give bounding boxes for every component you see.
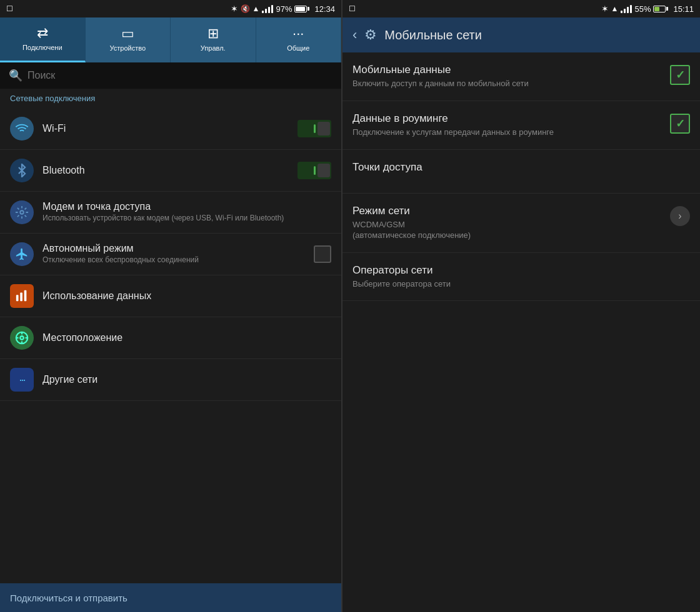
- list-item-bluetooth[interactable]: Bluetooth: [0, 150, 341, 192]
- network-mode-title: Режим сети: [352, 205, 664, 217]
- list-item-data-usage[interactable]: Использование данных: [0, 275, 341, 317]
- network-mode-subtitle: WCDMA/GSM(автоматическое подключение): [352, 220, 664, 241]
- roaming-title: Данные в роуминге: [352, 112, 664, 125]
- airplane-checkbox[interactable]: [314, 245, 331, 263]
- tether-text: Модем и точка доступа Использовать устро…: [42, 201, 331, 224]
- location-title: Местоположение: [42, 332, 331, 343]
- operators-title: Операторы сети: [352, 264, 690, 277]
- list-item-access-points[interactable]: Точки доступа: [342, 150, 700, 194]
- left-status-left: ☐: [6, 4, 13, 13]
- list-item-airplane[interactable]: Автономный режим Отключение всех беспров…: [0, 234, 341, 275]
- mobile-data-title: Мобильные данные: [352, 64, 664, 76]
- gear-icon: ⚙: [364, 27, 377, 43]
- svg-rect-2: [20, 293, 22, 302]
- tab-manage-label: Управл.: [201, 44, 226, 52]
- roaming-check[interactable]: ✓: [670, 112, 690, 134]
- tab-manage[interactable]: ⊞ Управл.: [171, 17, 256, 62]
- list-item-tether[interactable]: Модем и точка доступа Использовать устро…: [0, 192, 341, 234]
- search-input[interactable]: [28, 70, 332, 81]
- list-item-network-mode[interactable]: Режим сети WCDMA/GSM(автоматическое подк…: [342, 194, 700, 253]
- time-right: 15:11: [673, 4, 694, 14]
- connections-icon: ⇄: [37, 25, 48, 41]
- airplane-subtitle: Отключение всех беспроводных соединений: [42, 255, 314, 265]
- tab-bar: ⇄ Подключени ▭ Устройство ⊞ Управл. ··· …: [0, 17, 341, 62]
- battery-right: [653, 6, 668, 12]
- data-usage-icon: [10, 284, 34, 308]
- tab-device[interactable]: ▭ Устройство: [86, 17, 171, 62]
- other-networks-icon: ···: [10, 368, 34, 392]
- list-item-operators[interactable]: Операторы сети Выберите оператора сети: [342, 253, 700, 302]
- list-item-wifi[interactable]: Wi-Fi: [0, 108, 341, 150]
- bluetooth-status-icon: ✶: [231, 4, 238, 14]
- tab-connections-label: Подключени: [22, 44, 62, 51]
- tab-general[interactable]: ··· Общие: [256, 17, 342, 62]
- right-status-right: ✶ ▲ 55% 15:11: [601, 4, 694, 14]
- list-item-location[interactable]: Местоположение: [0, 317, 341, 359]
- tab-general-label: Общие: [287, 44, 309, 52]
- left-status-bar: ☐ ✶ 🔇 ▲ 97% 12:34: [0, 0, 341, 17]
- airplane-title: Автономный режим: [42, 243, 314, 254]
- svg-rect-3: [24, 290, 27, 301]
- search-bar: 🔍: [0, 62, 341, 89]
- mobile-data-text: Мобильные данные Включить доступ к данны…: [352, 64, 664, 89]
- wifi-title: Wi-Fi: [42, 123, 298, 134]
- right-panel: ☐ ✶ ▲ 55% 15:11 ‹ ⚙ Мобильные сети: [342, 0, 700, 612]
- other-networks-title: Другие сети: [42, 374, 331, 385]
- roaming-text: Данные в роуминге Подключение к услугам …: [352, 112, 664, 138]
- wifi-text: Wi-Fi: [42, 123, 298, 134]
- phone-icon: ☐: [6, 4, 13, 13]
- network-mode-text: Режим сети WCDMA/GSM(автоматическое подк…: [352, 205, 664, 241]
- operators-text: Операторы сети Выберите оператора сети: [352, 264, 690, 290]
- section-header-network: Сетевые подключения: [0, 89, 341, 108]
- tether-icon: [10, 200, 34, 224]
- signal-bars-right: [621, 4, 632, 13]
- mobile-data-check[interactable]: ✓: [670, 64, 690, 85]
- time-left: 12:34: [314, 4, 335, 14]
- wifi-icon-right: ▲: [611, 4, 619, 13]
- bluetooth-text: Bluetooth: [42, 165, 298, 176]
- bottom-bar[interactable]: Подключиться и отправить: [0, 583, 341, 612]
- phone-icon-right: ☐: [349, 4, 356, 13]
- left-status-right: ✶ 🔇 ▲ 97% 12:34: [231, 4, 335, 14]
- tab-device-label: Устройство: [109, 44, 146, 52]
- bluetooth-toggle[interactable]: [298, 162, 331, 179]
- bluetooth-icon-right: ✶: [601, 4, 609, 14]
- right-status-bar: ☐ ✶ ▲ 55% 15:11: [342, 0, 700, 17]
- data-usage-text: Использование данных: [42, 290, 331, 302]
- manage-icon: ⊞: [208, 26, 219, 42]
- list-item-other-networks[interactable]: ··· Другие сети: [0, 359, 341, 401]
- access-points-title: Точки доступа: [352, 161, 690, 174]
- checkmark-mobile-data: ✓: [670, 65, 690, 85]
- right-header-title: Мобильные сети: [384, 28, 482, 42]
- location-text: Местоположение: [42, 332, 331, 343]
- battery-percent-right: 55%: [634, 4, 651, 14]
- checkmark-roaming: ✓: [670, 114, 690, 134]
- operators-subtitle: Выберите оператора сети: [352, 279, 690, 290]
- general-icon: ···: [292, 26, 304, 42]
- back-button[interactable]: ‹: [352, 27, 357, 43]
- location-icon: [10, 326, 34, 350]
- tether-title: Модем и точка доступа: [42, 201, 331, 212]
- wifi-status-icon: ▲: [252, 4, 260, 13]
- list-item-roaming[interactable]: Данные в роуминге Подключение к услугам …: [342, 101, 700, 150]
- section-header-text: Сетевые подключения: [10, 94, 95, 103]
- right-content: Мобильные данные Включить доступ к данны…: [342, 52, 700, 612]
- right-status-left: ☐: [349, 4, 356, 13]
- tab-connections[interactable]: ⇄ Подключени: [0, 17, 86, 62]
- right-header: ‹ ⚙ Мобильные сети: [342, 17, 700, 52]
- bluetooth-icon: [10, 159, 34, 182]
- tether-subtitle: Использовать устройство как модем (через…: [42, 214, 331, 224]
- svg-point-5: [20, 336, 24, 340]
- chevron-icon: ›: [670, 206, 690, 226]
- signal-bars: [262, 4, 273, 13]
- other-networks-text: Другие сети: [42, 374, 331, 385]
- airplane-icon: [10, 242, 34, 266]
- svg-point-0: [20, 210, 24, 214]
- wifi-toggle[interactable]: [298, 120, 331, 137]
- list-item-mobile-data[interactable]: Мобильные данные Включить доступ к данны…: [342, 52, 700, 101]
- settings-list: Wi-Fi Bluetooth: [0, 108, 341, 583]
- bottom-bar-text: Подключиться и отправить: [10, 593, 128, 603]
- network-mode-chevron-wrap[interactable]: ›: [670, 205, 690, 226]
- mobile-data-subtitle: Включить доступ к данным по мобильной се…: [352, 79, 664, 89]
- search-icon: 🔍: [9, 69, 22, 82]
